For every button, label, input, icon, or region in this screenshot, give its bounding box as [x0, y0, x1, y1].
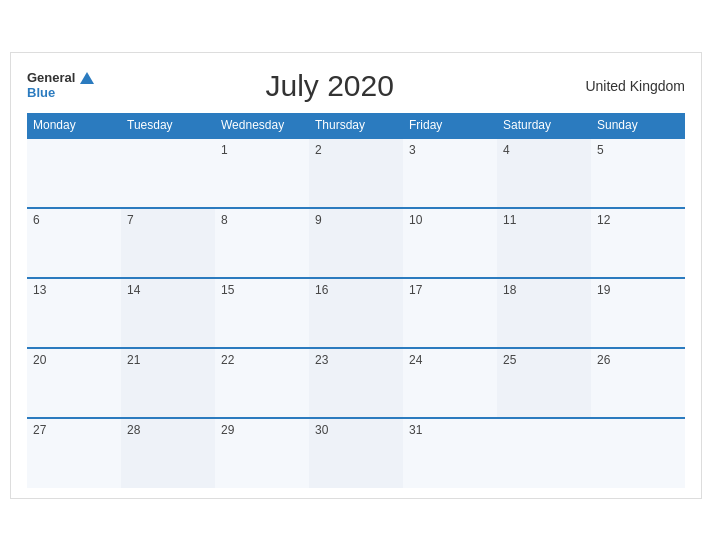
- day-number: 8: [221, 213, 228, 227]
- weekday-header-thursday: Thursday: [309, 113, 403, 138]
- day-number: 21: [127, 353, 140, 367]
- day-number: 6: [33, 213, 40, 227]
- day-number: 17: [409, 283, 422, 297]
- day-number: 24: [409, 353, 422, 367]
- day-number: 9: [315, 213, 322, 227]
- logo-general: General: [27, 71, 75, 85]
- calendar-day-cell: 15: [215, 278, 309, 348]
- day-number: 2: [315, 143, 322, 157]
- calendar-day-cell: 19: [591, 278, 685, 348]
- day-number: 13: [33, 283, 46, 297]
- calendar-week-row: 20212223242526: [27, 348, 685, 418]
- day-number: 18: [503, 283, 516, 297]
- weekday-header-saturday: Saturday: [497, 113, 591, 138]
- day-number: 16: [315, 283, 328, 297]
- day-number: 15: [221, 283, 234, 297]
- day-number: 23: [315, 353, 328, 367]
- calendar-day-cell: 25: [497, 348, 591, 418]
- calendar-day-cell: 27: [27, 418, 121, 488]
- day-number: 5: [597, 143, 604, 157]
- calendar-day-cell: 5: [591, 138, 685, 208]
- day-number: 14: [127, 283, 140, 297]
- calendar-day-cell: 7: [121, 208, 215, 278]
- calendar-day-cell: 6: [27, 208, 121, 278]
- calendar-day-cell: 26: [591, 348, 685, 418]
- calendar-day-cell: 16: [309, 278, 403, 348]
- calendar-day-cell: 11: [497, 208, 591, 278]
- day-number: 19: [597, 283, 610, 297]
- calendar-day-cell: 22: [215, 348, 309, 418]
- day-number: 1: [221, 143, 228, 157]
- day-number: 29: [221, 423, 234, 437]
- weekday-header-tuesday: Tuesday: [121, 113, 215, 138]
- day-number: 26: [597, 353, 610, 367]
- calendar-day-cell: 17: [403, 278, 497, 348]
- day-number: 25: [503, 353, 516, 367]
- weekday-header-friday: Friday: [403, 113, 497, 138]
- day-number: 30: [315, 423, 328, 437]
- calendar-day-cell: [497, 418, 591, 488]
- calendar-day-cell: 21: [121, 348, 215, 418]
- weekday-header-monday: Monday: [27, 113, 121, 138]
- day-number: 7: [127, 213, 134, 227]
- region-label: United Kingdom: [565, 78, 685, 94]
- logo-triangle-icon: [80, 72, 94, 84]
- calendar-day-cell: [591, 418, 685, 488]
- month-title: July 2020: [94, 69, 565, 103]
- day-number: 31: [409, 423, 422, 437]
- calendar-day-cell: 31: [403, 418, 497, 488]
- logo: General Blue: [27, 71, 94, 100]
- weekday-header-sunday: Sunday: [591, 113, 685, 138]
- day-number: 3: [409, 143, 416, 157]
- calendar-day-cell: 1: [215, 138, 309, 208]
- calendar-day-cell: 10: [403, 208, 497, 278]
- calendar-day-cell: 9: [309, 208, 403, 278]
- calendar-day-cell: 13: [27, 278, 121, 348]
- calendar-day-cell: 18: [497, 278, 591, 348]
- day-number: 12: [597, 213, 610, 227]
- day-number: 28: [127, 423, 140, 437]
- calendar-week-row: 2728293031: [27, 418, 685, 488]
- day-number: 4: [503, 143, 510, 157]
- calendar-day-cell: [121, 138, 215, 208]
- calendar-day-cell: 30: [309, 418, 403, 488]
- calendar-day-cell: [27, 138, 121, 208]
- calendar-day-cell: 8: [215, 208, 309, 278]
- calendar-day-cell: 14: [121, 278, 215, 348]
- calendar-week-row: 13141516171819: [27, 278, 685, 348]
- day-number: 10: [409, 213, 422, 227]
- calendar-day-cell: 28: [121, 418, 215, 488]
- calendar-day-cell: 4: [497, 138, 591, 208]
- weekday-header-wednesday: Wednesday: [215, 113, 309, 138]
- calendar-week-row: 6789101112: [27, 208, 685, 278]
- calendar-day-cell: 12: [591, 208, 685, 278]
- calendar-table: MondayTuesdayWednesdayThursdayFridaySatu…: [27, 113, 685, 488]
- day-number: 20: [33, 353, 46, 367]
- weekday-header-row: MondayTuesdayWednesdayThursdayFridaySatu…: [27, 113, 685, 138]
- calendar-day-cell: 3: [403, 138, 497, 208]
- day-number: 22: [221, 353, 234, 367]
- calendar-container: General Blue July 2020 United Kingdom Mo…: [10, 52, 702, 499]
- day-number: 27: [33, 423, 46, 437]
- logo-blue: Blue: [27, 86, 94, 100]
- calendar-day-cell: 2: [309, 138, 403, 208]
- calendar-day-cell: 23: [309, 348, 403, 418]
- calendar-day-cell: 29: [215, 418, 309, 488]
- calendar-header: General Blue July 2020 United Kingdom: [27, 69, 685, 103]
- calendar-day-cell: 20: [27, 348, 121, 418]
- calendar-day-cell: 24: [403, 348, 497, 418]
- calendar-week-row: 12345: [27, 138, 685, 208]
- day-number: 11: [503, 213, 516, 227]
